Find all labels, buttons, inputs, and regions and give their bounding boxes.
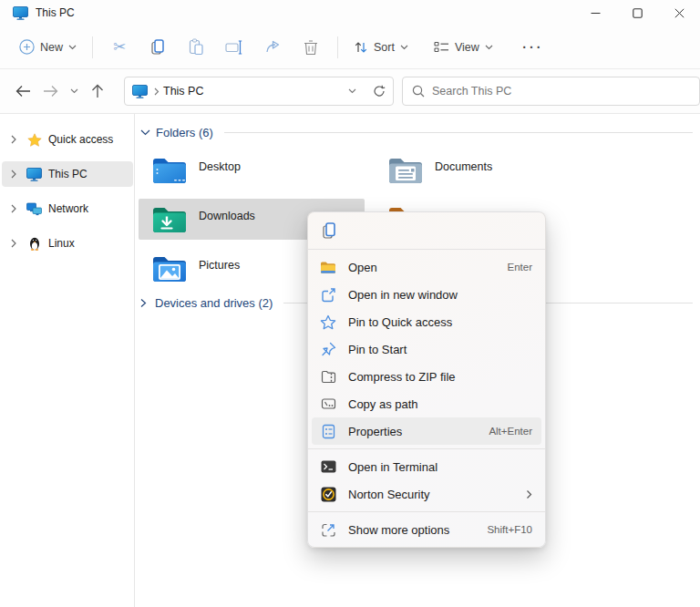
copy-icon	[149, 38, 166, 56]
rename-button[interactable]	[215, 32, 253, 63]
plus-circle-icon	[19, 39, 35, 55]
monitor-icon	[26, 168, 42, 181]
menu-item-properties[interactable]: Properties Alt+Enter	[312, 417, 541, 445]
network-icon	[26, 202, 42, 216]
sort-button-label: Sort	[374, 41, 395, 54]
menu-item-copy-as-path[interactable]: Copy as path	[312, 390, 541, 417]
menu-item-open-in-terminal[interactable]: Open in Terminal	[312, 453, 541, 480]
copy-button[interactable]	[315, 217, 343, 244]
delete-button[interactable]	[292, 32, 330, 63]
paste-button[interactable]	[177, 32, 215, 63]
new-button[interactable]: New	[11, 32, 85, 63]
open-folder-icon	[320, 261, 336, 274]
norton-security-icon	[321, 487, 336, 502]
back-arrow-icon	[15, 85, 31, 98]
menu-item-label: Properties	[348, 425, 489, 438]
search-input[interactable]	[432, 85, 690, 98]
refresh-icon[interactable]	[373, 85, 386, 98]
compress-zip-icon	[321, 370, 336, 384]
close-icon	[674, 8, 685, 18]
group-header-folders[interactable]: Folders (6)	[140, 126, 693, 139]
menu-item-open[interactable]: Open Enter	[312, 253, 541, 281]
expand-chevron-icon[interactable]	[9, 239, 18, 248]
address-dropdown-icon[interactable]	[348, 88, 356, 94]
window-title: This PC	[36, 6, 75, 19]
show-more-options-icon	[321, 522, 336, 538]
minimize-button[interactable]	[574, 0, 616, 26]
folder-name: Pictures	[199, 259, 240, 272]
share-icon	[264, 39, 282, 55]
sidebar-item-label: This PC	[48, 168, 88, 180]
this-pc-monitor-icon	[13, 6, 28, 20]
folder-name: Desktop	[199, 160, 241, 173]
forward-button[interactable]	[36, 77, 64, 105]
sidebar-item-linux[interactable]: Linux	[2, 231, 133, 256]
view-button-label: View	[455, 41, 479, 54]
menu-item-shortcut: Shift+F10	[487, 524, 532, 535]
group-header-label: Folders (6)	[156, 126, 213, 139]
folder-name: Documents	[435, 160, 492, 173]
copy-button[interactable]	[139, 32, 177, 63]
maximize-button[interactable]	[616, 0, 658, 26]
submenu-chevron-icon	[526, 489, 532, 499]
up-button[interactable]	[84, 77, 111, 105]
paste-icon	[188, 38, 204, 56]
toolbar-divider	[337, 36, 338, 58]
share-button[interactable]	[253, 32, 292, 63]
expand-chevron-icon[interactable]	[9, 170, 18, 179]
chevron-down-icon	[485, 45, 493, 50]
terminal-icon	[321, 460, 336, 473]
view-button[interactable]: View	[426, 32, 501, 63]
copy-as-path-icon	[321, 397, 336, 410]
menu-item-show-more-options[interactable]: Show more options Shift+F10	[312, 516, 541, 543]
see-more-button[interactable]: ···	[514, 32, 552, 63]
menu-item-label: Pin to Start	[348, 343, 532, 356]
sidebar-item-label: Quick access	[48, 133, 113, 146]
penguin-icon	[28, 236, 41, 251]
search-box[interactable]	[402, 77, 700, 106]
collapse-chevron-icon[interactable]	[140, 129, 150, 136]
sort-icon	[354, 40, 368, 55]
pin-quick-access-star-icon	[320, 314, 336, 330]
search-icon	[412, 85, 425, 98]
folder-tile-documents[interactable]: Documents	[375, 149, 601, 190]
downloads-folder-icon	[151, 203, 188, 236]
forward-arrow-icon	[43, 85, 58, 98]
menu-item-compress-zip[interactable]: Compress to ZIP file	[312, 363, 541, 390]
expand-chevron-icon[interactable]	[140, 298, 147, 308]
menu-item-pin-quick-access[interactable]: Pin to Quick access	[312, 308, 541, 335]
expand-chevron-icon[interactable]	[9, 204, 18, 213]
folder-tile-desktop[interactable]: Desktop	[139, 149, 365, 190]
menu-item-pin-to-start[interactable]: Pin to Start	[312, 335, 541, 363]
menu-item-shortcut: Alt+Enter	[489, 426, 532, 437]
sort-button[interactable]: Sort	[345, 32, 417, 63]
context-menu-quick-actions	[308, 212, 545, 249]
menu-item-label: Show more options	[348, 523, 487, 537]
group-divider-line	[224, 132, 693, 133]
this-pc-monitor-icon	[132, 85, 148, 98]
copy-icon	[321, 221, 337, 240]
breadcrumb-chevron-icon	[154, 87, 160, 96]
menu-item-open-new-window[interactable]: Open in new window	[312, 281, 541, 308]
menu-item-norton-security[interactable]: Norton Security	[312, 480, 541, 508]
close-button[interactable]	[658, 0, 700, 26]
back-button[interactable]	[9, 77, 36, 105]
expand-chevron-icon[interactable]	[9, 135, 18, 144]
chevron-down-icon	[68, 45, 77, 50]
trash-icon	[304, 39, 318, 56]
sidebar-item-network[interactable]: Network	[2, 196, 133, 221]
sidebar-item-this-pc[interactable]: This PC	[2, 161, 133, 187]
recent-locations-button[interactable]	[64, 77, 84, 105]
address-bar[interactable]: This PC	[124, 77, 394, 106]
menu-item-label: Copy as path	[348, 397, 532, 411]
breadcrumb[interactable]: This PC	[163, 85, 348, 98]
sidebar-item-quick-access[interactable]: Quick access	[2, 127, 133, 152]
toolbar-divider	[92, 36, 93, 58]
documents-folder-icon	[387, 154, 424, 187]
group-header-label: Devices and drives (2)	[155, 296, 273, 310]
open-new-window-icon	[321, 287, 336, 303]
cut-button[interactable]: ✂	[100, 32, 139, 63]
up-arrow-icon	[91, 84, 104, 98]
title-bar: This PC	[0, 0, 700, 26]
menu-item-shortcut: Enter	[508, 262, 533, 273]
